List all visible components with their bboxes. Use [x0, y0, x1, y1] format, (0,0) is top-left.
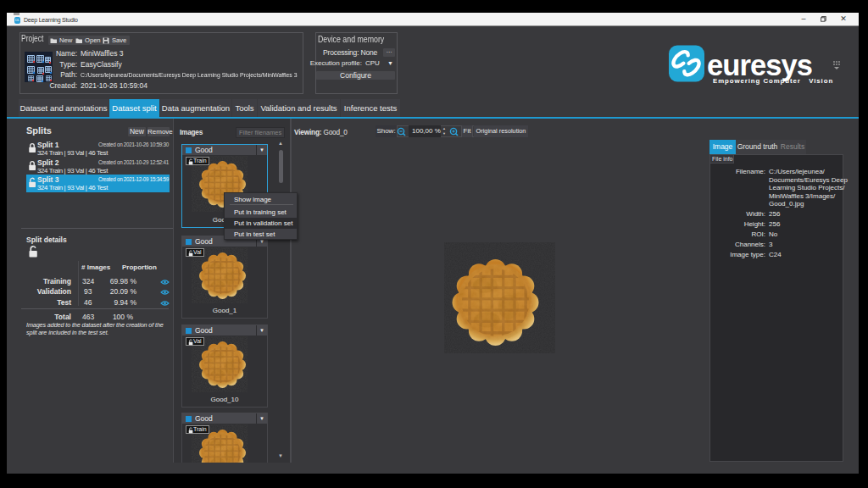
- svg-text:Empowering Computer Vision: Empowering Computer Vision: [713, 77, 833, 85]
